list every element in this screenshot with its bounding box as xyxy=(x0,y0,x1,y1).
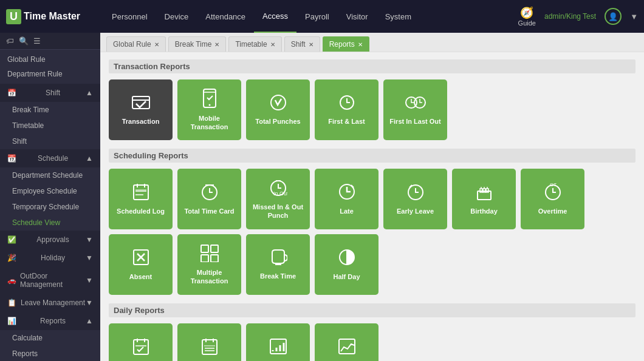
report-card-late[interactable]: Late xyxy=(315,169,379,229)
section-icon: 📋 xyxy=(7,299,16,307)
tabs-bar: Global Rule✕Break Time✕Timetable✕Shift✕R… xyxy=(100,33,644,52)
card-label: Early Leave xyxy=(397,207,434,215)
sidebar-item-calculate[interactable]: Calculate xyxy=(0,330,100,346)
card-label: Missed In & Out Punch xyxy=(251,203,305,219)
nav-item-attendance[interactable]: Attendance xyxy=(197,0,254,33)
nav-item-device[interactable]: Device xyxy=(156,0,197,33)
card-icon xyxy=(337,94,357,114)
logo-u: U xyxy=(6,9,21,24)
app-logo[interactable]: U Time Master xyxy=(6,9,91,24)
card-label: Transaction xyxy=(122,118,160,126)
user-avatar[interactable]: 👤 xyxy=(605,8,622,25)
section-icon: 📆 xyxy=(7,154,16,163)
report-card-early-leave[interactable]: Early Leave xyxy=(383,169,447,229)
report-card-daily-status[interactable]: Daily Status xyxy=(315,323,379,361)
card-label: First & Last xyxy=(328,118,365,126)
sidebar-section-reports[interactable]: 📊Reports▲ xyxy=(0,312,100,330)
sidebar-item-employee-schedule[interactable]: Employee Schedule xyxy=(0,183,100,199)
report-card-total-punches[interactable]: Total Punches xyxy=(246,79,310,140)
sidebar-item-shift[interactable]: Shift xyxy=(0,133,100,149)
nav-item-personnel[interactable]: Personnel xyxy=(103,0,156,33)
card-icon xyxy=(201,337,218,359)
card-label: Multiple Transaction xyxy=(182,269,236,285)
transaction-reports-section: Transaction Reports xyxy=(109,59,635,73)
report-card-total-time-card[interactable]: Total Time Card xyxy=(177,169,241,229)
section-icon: 📅 xyxy=(7,89,16,97)
sidebar-item-reports[interactable]: Reports xyxy=(0,346,100,361)
tab-shift[interactable]: Shift✕ xyxy=(284,36,320,52)
sidebar-item-timetable[interactable]: Timetable xyxy=(0,118,100,133)
section-icon: ✅ xyxy=(7,235,16,244)
card-icon: OT xyxy=(544,183,562,204)
tab-close-icon[interactable]: ✕ xyxy=(154,41,159,48)
nav-item-system[interactable]: System xyxy=(377,0,420,33)
transaction-reports-grid: TransactionMobile TransactionTotal Punch… xyxy=(109,79,635,140)
report-card-missed-in---out-punch[interactable]: In OutMissed In & Out Punch xyxy=(246,169,310,229)
search-icon[interactable]: 🔍 xyxy=(19,36,29,46)
svg-rect-46 xyxy=(202,340,217,354)
sidebar-item-temporary-schedule[interactable]: Temporary Schedule xyxy=(0,199,100,215)
tab-break-time[interactable]: Break Time✕ xyxy=(168,36,227,52)
card-icon xyxy=(338,248,356,269)
report-card-first---last[interactable]: First & Last xyxy=(315,79,379,140)
report-card-multiple-transaction[interactable]: Multiple Transaction xyxy=(177,234,241,295)
report-card-scheduled-log[interactable]: Scheduled Log xyxy=(109,169,173,229)
tab-timetable[interactable]: Timetable✕ xyxy=(228,36,281,52)
dropdown-icon[interactable]: ▼ xyxy=(630,12,638,21)
sidebar-section-holiday[interactable]: 🎉Holiday▼ xyxy=(0,249,100,267)
sidebar-item-department-schedule[interactable]: Department Schedule xyxy=(0,167,100,183)
nav-right: 🧭 Guide admin/King Test 👤 ▼ xyxy=(518,6,638,27)
sidebar-section-outdoor-management[interactable]: 🚗OutDoor Management▼ xyxy=(0,267,100,294)
card-label: Overtime xyxy=(538,207,567,215)
sidebar-link-department-rule[interactable]: Department Rule xyxy=(0,67,100,81)
report-card-mobile-transaction[interactable]: Mobile Transaction xyxy=(177,79,241,140)
report-card-first-in-last-out[interactable]: First In Last Out xyxy=(383,79,447,140)
report-card-birthday[interactable]: Birthday xyxy=(452,169,516,229)
guide-label: Guide xyxy=(518,19,536,27)
tab-close-icon[interactable]: ✕ xyxy=(309,41,313,48)
tab-global-rule[interactable]: Global Rule✕ xyxy=(106,36,166,52)
sidebar-link-global-rule[interactable]: Global Rule xyxy=(0,52,100,67)
sidebar-item-break-time[interactable]: Break Time xyxy=(0,102,100,118)
card-label: Late xyxy=(340,207,354,215)
report-card-daily-summary[interactable]: Daily Summary xyxy=(246,323,310,361)
report-card-daily-attendance[interactable]: Daily Attendance xyxy=(109,323,173,361)
tab-close-icon[interactable]: ✕ xyxy=(214,41,219,48)
sidebar: 🏷🔍☰ Global RuleDepartment Rule 📅Shift▲Br… xyxy=(0,33,100,361)
tag-icon[interactable]: 🏷 xyxy=(6,36,14,46)
card-label: Total Punches xyxy=(255,118,300,126)
sidebar-section-schedule[interactable]: 📆Schedule▲ xyxy=(0,149,100,167)
reports-content: Transaction Reports TransactionMobile Tr… xyxy=(100,52,644,361)
card-icon xyxy=(132,183,149,204)
sidebar-item-schedule-view[interactable]: Schedule View xyxy=(0,215,100,231)
card-icon xyxy=(202,89,217,111)
list-icon[interactable]: ☰ xyxy=(33,36,41,46)
nav-item-payroll[interactable]: Payroll xyxy=(296,0,338,33)
report-card-break-time[interactable]: Break Time xyxy=(246,234,310,295)
card-icon xyxy=(131,94,151,114)
sidebar-section-approvals[interactable]: ✅Approvals▼ xyxy=(0,231,100,249)
nav-item-access[interactable]: Access xyxy=(254,0,296,33)
section-icon: 🚗 xyxy=(7,276,16,285)
card-icon xyxy=(475,183,493,204)
card-icon xyxy=(132,337,149,359)
tab-close-icon[interactable]: ✕ xyxy=(358,41,363,48)
user-info[interactable]: admin/King Test xyxy=(544,12,596,21)
tab-close-icon[interactable]: ✕ xyxy=(270,41,275,48)
svg-text:OT: OT xyxy=(550,183,557,187)
section-icon: 🎉 xyxy=(7,254,16,262)
svg-rect-35 xyxy=(201,245,208,252)
report-card-daily-details[interactable]: Daily Details xyxy=(177,323,241,361)
section-icon: 📊 xyxy=(7,317,16,325)
tab-reports[interactable]: Reports✕ xyxy=(323,36,369,52)
sidebar-section-leave-management[interactable]: 📋Leave Management▼ xyxy=(0,294,100,312)
nav-item-visitor[interactable]: Visitor xyxy=(338,0,377,33)
report-card-absent[interactable]: Absent xyxy=(109,234,173,295)
report-card-half-day[interactable]: Half Day xyxy=(315,234,379,295)
report-card-overtime[interactable]: OTOvertime xyxy=(521,169,584,229)
card-label: Half Day xyxy=(333,273,360,281)
report-card-transaction[interactable]: Transaction xyxy=(109,79,173,140)
sidebar-section-shift[interactable]: 📅Shift▲ xyxy=(0,84,100,102)
svg-rect-37 xyxy=(201,255,208,262)
guide-button[interactable]: 🧭 Guide xyxy=(518,6,536,27)
